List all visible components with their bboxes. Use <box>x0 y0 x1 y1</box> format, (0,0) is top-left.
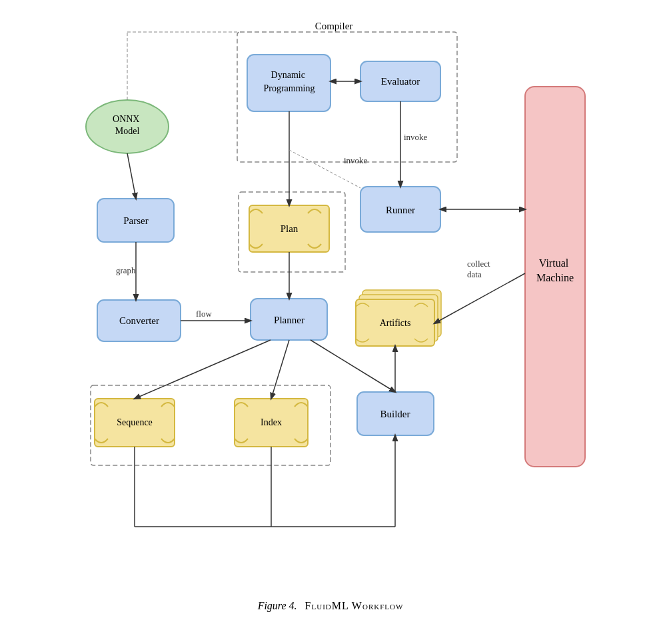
builder-label: Builder <box>380 409 410 419</box>
evaluator-label: Evaluator <box>381 76 420 87</box>
index-label: Index <box>261 417 282 427</box>
vm-artifacts-arrow <box>434 273 525 323</box>
figure-label: Figure 4. <box>258 600 297 611</box>
converter-label: Converter <box>119 315 159 326</box>
parser-label: Parser <box>123 215 149 226</box>
plan-label: Plan <box>281 223 299 234</box>
onnx-parser-arrow <box>127 153 136 199</box>
artifacts-label: Artificts <box>380 318 411 328</box>
planner-builder-arrow <box>311 340 395 392</box>
graph-label: graph <box>116 265 136 275</box>
planner-sequence-arrow <box>135 340 271 399</box>
planner-index-arrow <box>271 340 289 399</box>
flow-label: flow <box>196 309 212 319</box>
planner-label: Planner <box>274 315 305 325</box>
diagram-container: Virtual Machine Compiler ONNX Model Dyna… <box>57 20 604 593</box>
collect-data-label: collect data <box>467 259 492 279</box>
invoke2-label: invoke <box>344 155 368 165</box>
figure-title: FluidML Workflow <box>305 600 404 611</box>
diagram-svg: Virtual Machine Compiler ONNX Model Dyna… <box>57 20 604 593</box>
figure-caption: Figure 4. FluidML Workflow <box>258 600 404 612</box>
sequence-label: Sequence <box>117 417 153 427</box>
invoke1-label: invoke <box>404 132 428 142</box>
runner-label: Runner <box>386 205 415 215</box>
compiler-label: Compiler <box>315 21 353 31</box>
